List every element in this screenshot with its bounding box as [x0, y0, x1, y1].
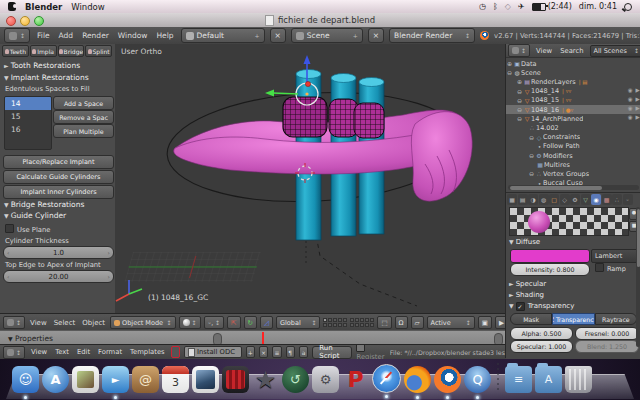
- z-transparency-button[interactable]: Z Transparency: [552, 313, 594, 325]
- text-datablock-field[interactable]: Install ODC: [184, 346, 242, 358]
- manipulator-translate-button[interactable]: ⇱: [227, 316, 240, 329]
- expand-icon[interactable]: ⊖: [516, 88, 523, 95]
- format-menu[interactable]: Format: [96, 347, 124, 357]
- outliner-row-1048-15[interactable]: ⊖▽1048_15| ▿▿◉▶▣: [506, 96, 640, 105]
- panel-shading[interactable]: ►Shading: [509, 291, 544, 299]
- properties-panel-header[interactable]: ▼ Properties: [8, 334, 53, 343]
- unlink-text-button[interactable]: ×: [259, 346, 268, 358]
- tab-teeth[interactable]: Teeth: [2, 45, 29, 57]
- app-store-dock-icon[interactable]: A: [42, 366, 69, 393]
- layer-grid-1[interactable]: [323, 318, 347, 327]
- apple-menu-icon[interactable]: [8, 2, 16, 11]
- expand-icon[interactable]: ⊖: [528, 152, 535, 159]
- transparency-checkbox[interactable]: ✓: [516, 302, 525, 311]
- outliner-row-1048-14[interactable]: ⊖▽1048_14| ▿▿◉▶▣: [506, 87, 640, 96]
- use-plane-checkbox[interactable]: Use Plane: [5, 224, 51, 234]
- raytrace-button[interactable]: Raytrace: [595, 313, 637, 325]
- snap-magnet-icon[interactable]: Ω: [395, 316, 408, 329]
- outliner-row-modifiers[interactable]: ⊖⚙Modifiers: [506, 151, 640, 160]
- mode-dropdown[interactable]: Object Mode↕: [110, 316, 176, 329]
- p-app-dock-icon[interactable]: P: [342, 366, 369, 393]
- text-menu[interactable]: Text: [53, 347, 71, 357]
- specular-slider[interactable]: Specular: 1.000: [510, 340, 573, 353]
- editor-type-button-3d[interactable]: ↕: [3, 316, 25, 329]
- alpha-slider[interactable]: Alpha: 0.500: [510, 327, 573, 340]
- close-window-button[interactable]: [6, 16, 16, 26]
- diffuse-color-swatch[interactable]: [510, 249, 590, 263]
- minimize-window-button[interactable]: [20, 16, 30, 26]
- implant-inner-cylinders-button[interactable]: Implant Inner Cylinders: [3, 185, 114, 199]
- properties-scrollbar[interactable]: [636, 207, 640, 347]
- outliner-scope-dropdown[interactable]: All Scenes↕: [590, 45, 640, 57]
- opengl-render-image-button[interactable]: ▣: [478, 316, 492, 329]
- blender-dock-icon[interactable]: [434, 366, 461, 393]
- calendar-dock-icon[interactable]: 3: [162, 366, 189, 393]
- outliner-row-multires[interactable]: ▦Multires◉▣: [506, 160, 640, 169]
- preview-dock-icon[interactable]: [72, 366, 99, 393]
- outliner-row-vertex-groups[interactable]: ⊖∴Vertex Groups: [506, 169, 640, 178]
- expand-icon[interactable]: ⊖: [506, 69, 513, 76]
- firefox-dock-icon[interactable]: [404, 366, 431, 393]
- panel-tooth-restorations[interactable]: ►Tooth Restorations: [4, 61, 80, 70]
- tab-scene[interactable]: ◑: [528, 194, 538, 205]
- documents-folder-dock-icon[interactable]: ≡: [505, 366, 532, 393]
- time-machine-dock-icon[interactable]: ↺: [282, 366, 309, 393]
- spotlight-icon[interactable]: [624, 3, 632, 11]
- outliner-row-scene[interactable]: ⊖◍Scene: [506, 68, 640, 77]
- tab-splint[interactable]: Splint: [85, 45, 112, 57]
- calculate-guide-cylinders-button[interactable]: Calculate Guide Cylinders: [3, 170, 114, 184]
- remove-space-button[interactable]: Remove a Spac: [53, 110, 114, 124]
- outliner-row-renderlayers[interactable]: ⊕▤RenderLayers| ▤: [506, 77, 640, 86]
- mask-button[interactable]: Mask: [510, 313, 552, 325]
- expand-icon[interactable]: ⊖: [516, 97, 523, 104]
- manipulator-scale-button[interactable]: ◿: [260, 316, 273, 329]
- file-menu[interactable]: File: [35, 30, 52, 41]
- line-numbers-toggle[interactable]: ≡: [272, 346, 281, 358]
- panel-implant-restorations[interactable]: ▼Implant Restorations: [4, 73, 89, 82]
- outliner-row-follow-path[interactable]: •Follow Path: [506, 142, 640, 151]
- tab-texture[interactable]: ▩: [602, 194, 612, 205]
- orientation-dropdown[interactable]: Global↕: [276, 316, 320, 329]
- tab-modifiers[interactable]: ⚙: [570, 194, 580, 205]
- quicktime-dock-icon[interactable]: Q: [464, 366, 491, 393]
- iphoto-dock-icon[interactable]: [192, 366, 219, 393]
- object-menu-3d[interactable]: Object: [80, 318, 107, 328]
- outliner-row-constraints[interactable]: ⊖◇Constraints: [506, 133, 640, 142]
- panel-transparency[interactable]: ▼✓Transparency: [509, 302, 574, 311]
- new-text-button[interactable]: +: [246, 346, 255, 358]
- editor-type-button[interactable]: ↕: [4, 28, 30, 43]
- search-menu-outliner[interactable]: Search: [558, 46, 585, 56]
- app-menu[interactable]: Blender: [25, 2, 62, 12]
- view-menu-text[interactable]: View: [29, 347, 49, 357]
- outliner-row-1048-16-selected[interactable]: ⊖▽1048_16| ●▿◉▶▣: [506, 105, 640, 114]
- trash-dock-icon[interactable]: [565, 366, 592, 393]
- tab-world[interactable]: ◍: [539, 194, 549, 205]
- run-script-button[interactable]: Run Script: [312, 346, 352, 359]
- expand-icon[interactable]: ⊖: [516, 106, 523, 113]
- edit-menu-text[interactable]: Edit: [75, 347, 92, 357]
- render-engine-selector[interactable]: Blender Render ↕: [389, 28, 475, 43]
- front-row-dock-icon[interactable]: [222, 366, 249, 393]
- expand-icon[interactable]: ⊕: [506, 60, 513, 67]
- panel-specular[interactable]: ►Specular: [509, 280, 546, 288]
- tab-constraints[interactable]: ◇: [560, 194, 570, 205]
- diffuse-shader-dropdown[interactable]: Lambert↕: [591, 249, 640, 263]
- contacts-dock-icon[interactable]: @: [132, 366, 159, 393]
- place-replace-implant-button[interactable]: Place/Replace Implant: [3, 155, 114, 169]
- expand-icon[interactable]: ⊖: [528, 134, 535, 141]
- window-menu[interactable]: Window: [71, 2, 105, 12]
- add-menu[interactable]: Add: [57, 30, 76, 41]
- applications-folder-dock-icon[interactable]: A: [535, 366, 562, 393]
- outliner-row-14-002[interactable]: ∴14.002: [506, 123, 640, 132]
- star-app-dock-icon[interactable]: ★: [252, 366, 279, 393]
- tab-render-layers[interactable]: ▤: [518, 194, 528, 205]
- plan-multiple-button[interactable]: Plan Multiple: [53, 124, 114, 138]
- list-item-15[interactable]: 15: [5, 110, 51, 123]
- templates-menu[interactable]: Templates: [128, 347, 167, 357]
- battery-menu[interactable]: (2:44): [532, 2, 572, 11]
- select-menu-3d[interactable]: Select: [52, 318, 78, 328]
- snap-element-icon[interactable]: ▱: [411, 316, 424, 329]
- checkbox-icon[interactable]: [5, 224, 14, 233]
- finder-dock-icon[interactable]: ☺: [12, 366, 39, 393]
- help-menu[interactable]: Help: [154, 30, 175, 41]
